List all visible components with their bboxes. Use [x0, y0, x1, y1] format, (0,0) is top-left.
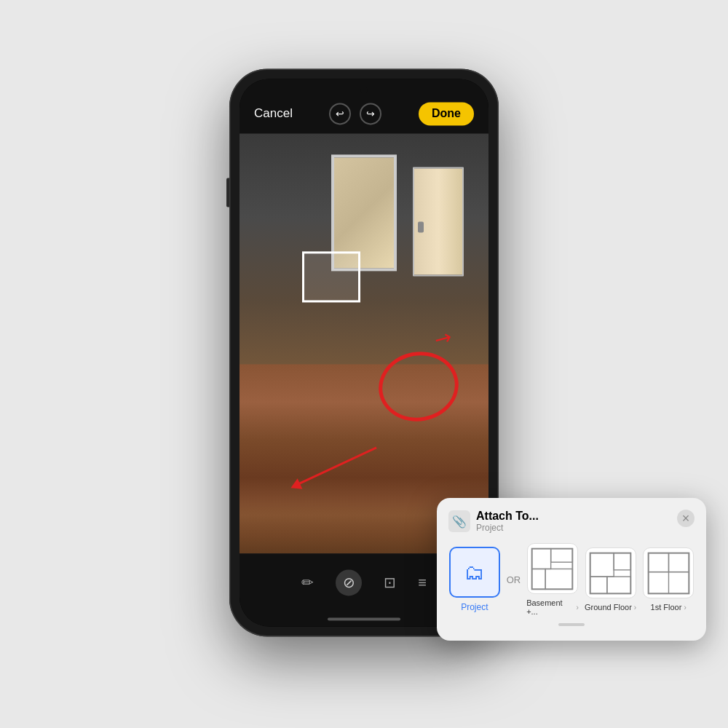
basement-option[interactable]: Basement +... ›: [526, 543, 579, 616]
svg-rect-8: [590, 577, 607, 593]
svg-rect-3: [532, 569, 546, 589]
basement-label: Basement +...: [526, 598, 574, 616]
redo-button[interactable]: ↪: [360, 103, 381, 124]
home-indicator: [328, 617, 400, 620]
project-thumb: 🗂: [449, 547, 500, 598]
door-handle: [418, 222, 424, 233]
crop-tool[interactable]: ⊡: [384, 574, 396, 591]
first-floor-label: 1st Floor: [651, 603, 682, 612]
adjust-tool[interactable]: ≡: [418, 574, 427, 591]
project-folder-icon: 🗂: [464, 561, 485, 585]
basement-label-row: Basement +... ›: [526, 598, 579, 616]
photo-area: ↗: [240, 133, 488, 553]
svg-rect-5: [590, 553, 631, 593]
front-camera: [360, 86, 368, 93]
attach-icon: 📎: [448, 510, 470, 532]
ground-floor-option[interactable]: Ground Floor ›: [585, 547, 637, 612]
attach-title: Attach To...: [476, 510, 539, 523]
svg-rect-7: [614, 553, 630, 569]
redo-icon: ↪: [366, 108, 375, 119]
svg-rect-12: [668, 553, 689, 571]
basement-chevron: ›: [576, 604, 578, 612]
or-separator: OR: [507, 574, 521, 585]
photo-background: ↗: [240, 133, 488, 553]
first-floor-chevron: ›: [684, 604, 686, 612]
ground-floor-thumb: [585, 547, 636, 598]
attach-to-popup: 📎 Attach To... Project × 🗂 Project OR: [437, 498, 706, 641]
undo-icon: ↩: [336, 108, 344, 119]
pencil-tool[interactable]: ✏: [301, 574, 314, 591]
svg-rect-1: [532, 548, 551, 569]
svg-rect-4: [546, 569, 573, 589]
basement-floorplan-svg: [529, 545, 576, 593]
ground-floor-label-row: Ground Floor ›: [585, 603, 636, 612]
scene: Cancel ↩ ↪ Done: [0, 0, 728, 728]
first-floor-floorplan-svg: [645, 550, 692, 597]
attach-header: 📎 Attach To... Project ×: [448, 510, 695, 533]
attach-title-group: 📎 Attach To... Project: [448, 510, 539, 533]
first-floor-label-row: 1st Floor ›: [651, 603, 687, 612]
selection-box-annotation: [302, 251, 360, 302]
svg-rect-11: [648, 553, 668, 571]
ground-floor-chevron: ›: [634, 604, 636, 612]
attach-title-text: Attach To... Project: [476, 510, 539, 533]
cancel-button[interactable]: Cancel: [254, 106, 293, 121]
ground-floor-floorplan-svg: [587, 550, 634, 597]
close-button[interactable]: ×: [677, 510, 695, 527]
svg-rect-2: [551, 548, 573, 562]
first-floor-option[interactable]: 1st Floor ›: [642, 547, 695, 612]
project-option[interactable]: 🗂 Project: [448, 547, 501, 612]
popup-drag-handle: [558, 623, 585, 626]
ground-floor-label: Ground Floor: [585, 603, 632, 612]
eraser-tool[interactable]: ⊘: [336, 569, 362, 596]
svg-rect-6: [590, 553, 614, 577]
svg-rect-9: [607, 577, 631, 593]
project-label: Project: [461, 602, 488, 612]
undo-button[interactable]: ↩: [329, 103, 351, 124]
attach-options: 🗂 Project OR Basement +...: [448, 543, 695, 616]
done-button[interactable]: Done: [419, 102, 474, 125]
top-icons: ↩ ↪: [329, 103, 381, 124]
attach-subtitle: Project: [476, 523, 539, 533]
first-floor-thumb: [643, 547, 694, 598]
basement-thumb: [527, 543, 578, 594]
open-door: [413, 167, 464, 277]
circle-arrow-annotation: ↗: [430, 324, 456, 353]
